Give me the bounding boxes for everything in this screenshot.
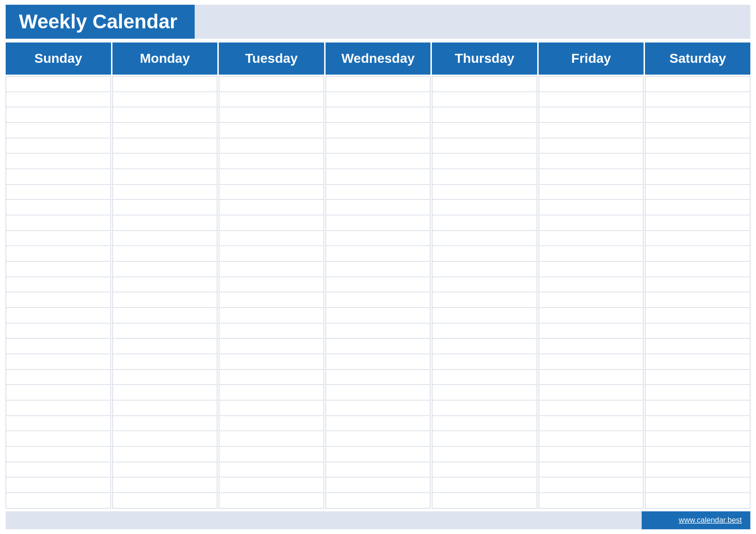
day-line[interactable] [432,76,537,92]
day-line[interactable] [432,215,537,231]
day-line[interactable] [6,292,111,308]
day-line[interactable] [645,169,750,185]
day-line[interactable] [326,339,430,354]
day-line[interactable] [645,200,750,215]
day-line[interactable] [432,107,537,123]
day-line[interactable] [6,92,111,108]
day-line[interactable] [432,354,537,370]
day-line[interactable] [432,262,537,277]
day-line[interactable] [113,493,217,508]
day-line[interactable] [326,354,430,370]
day-line[interactable] [6,262,111,277]
day-line[interactable] [645,493,750,508]
day-line[interactable] [113,138,217,154]
day-line[interactable] [539,370,644,385]
day-line[interactable] [219,107,324,123]
day-line[interactable] [219,370,324,385]
day-line[interactable] [219,493,324,508]
day-line[interactable] [6,107,111,123]
day-line[interactable] [6,123,111,138]
day-line[interactable] [645,277,750,293]
day-line[interactable] [326,169,430,185]
day-line[interactable] [113,477,217,493]
day-line[interactable] [645,215,750,231]
day-line[interactable] [113,200,217,215]
day-line[interactable] [113,370,217,385]
day-line[interactable] [539,169,644,185]
day-line[interactable] [432,185,537,200]
day-line[interactable] [645,339,750,354]
day-line[interactable] [219,385,324,400]
day-line[interactable] [539,262,644,277]
day-line[interactable] [113,385,217,400]
day-line[interactable] [645,76,750,92]
day-line[interactable] [219,262,324,277]
day-line[interactable] [645,447,750,462]
day-line[interactable] [219,416,324,432]
day-line[interactable] [6,153,111,169]
day-line[interactable] [645,308,750,323]
day-line[interactable] [6,493,111,508]
day-line[interactable] [219,354,324,370]
day-line[interactable] [6,231,111,246]
day-line[interactable] [432,153,537,169]
day-line[interactable] [326,215,430,231]
day-line[interactable] [326,76,430,92]
day-line[interactable] [645,431,750,447]
day-line[interactable] [326,123,430,138]
day-line[interactable] [6,277,111,293]
day-line[interactable] [539,292,644,308]
day-line[interactable] [645,231,750,246]
day-line[interactable] [326,185,430,200]
day-line[interactable] [219,231,324,246]
day-line[interactable] [432,138,537,154]
day-line[interactable] [432,123,537,138]
day-line[interactable] [539,477,644,493]
day-line[interactable] [432,385,537,400]
day-line[interactable] [219,169,324,185]
day-line[interactable] [539,308,644,323]
day-line[interactable] [6,462,111,478]
day-line[interactable] [113,246,217,262]
day-line[interactable] [6,431,111,447]
day-line[interactable] [432,323,537,339]
day-line[interactable] [113,431,217,447]
day-line[interactable] [6,477,111,493]
day-line[interactable] [113,153,217,169]
day-line[interactable] [645,138,750,154]
day-line[interactable] [113,92,217,108]
day-line[interactable] [6,339,111,354]
day-line[interactable] [326,477,430,493]
day-line[interactable] [113,76,217,92]
day-line[interactable] [219,200,324,215]
day-line[interactable] [539,416,644,432]
day-line[interactable] [113,107,217,123]
day-line[interactable] [645,153,750,169]
day-line[interactable] [645,262,750,277]
day-line[interactable] [539,462,644,478]
day-line[interactable] [113,323,217,339]
day-line[interactable] [539,385,644,400]
day-line[interactable] [6,416,111,432]
day-line[interactable] [326,447,430,462]
day-line[interactable] [645,123,750,138]
day-line[interactable] [219,215,324,231]
day-line[interactable] [432,277,537,293]
day-line[interactable] [432,493,537,508]
day-line[interactable] [113,277,217,293]
day-line[interactable] [432,416,537,432]
day-line[interactable] [432,447,537,462]
day-line[interactable] [539,123,644,138]
day-line[interactable] [326,462,430,478]
day-line[interactable] [6,354,111,370]
day-line[interactable] [326,308,430,323]
day-line[interactable] [432,292,537,308]
day-line[interactable] [219,92,324,108]
day-line[interactable] [113,123,217,138]
day-line[interactable] [645,185,750,200]
day-line[interactable] [219,76,324,92]
day-line[interactable] [539,92,644,108]
day-line[interactable] [113,354,217,370]
day-line[interactable] [539,200,644,215]
day-line[interactable] [432,477,537,493]
